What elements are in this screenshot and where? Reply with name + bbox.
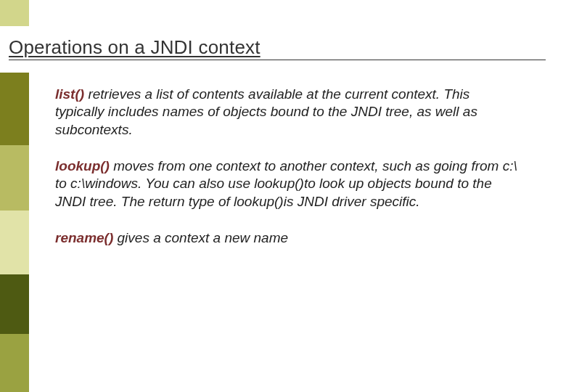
body-text: list() retrieves a list of contents avai… (55, 86, 520, 266)
paragraph-list: list() retrieves a list of contents avai… (55, 86, 520, 139)
paragraph-text: gives a context a new name (113, 230, 288, 245)
paragraph-lookup: lookup() moves from one context to anoth… (55, 158, 520, 211)
paragraph-text: retrieves a list of contents available a… (55, 86, 477, 137)
paragraph-rename: rename() gives a context a new name (55, 229, 520, 247)
function-name: rename() (55, 230, 113, 245)
function-name: list() (55, 86, 84, 102)
title-container: Operations on a JNDI context (9, 36, 546, 59)
title-underline-rule (9, 60, 546, 60)
slide-title: Operations on a JNDI context (9, 36, 261, 60)
paragraph-text: moves from one context to another contex… (55, 158, 517, 209)
slide-content: Operations on a JNDI context list() retr… (0, 0, 566, 392)
function-name: lookup() (55, 158, 110, 173)
